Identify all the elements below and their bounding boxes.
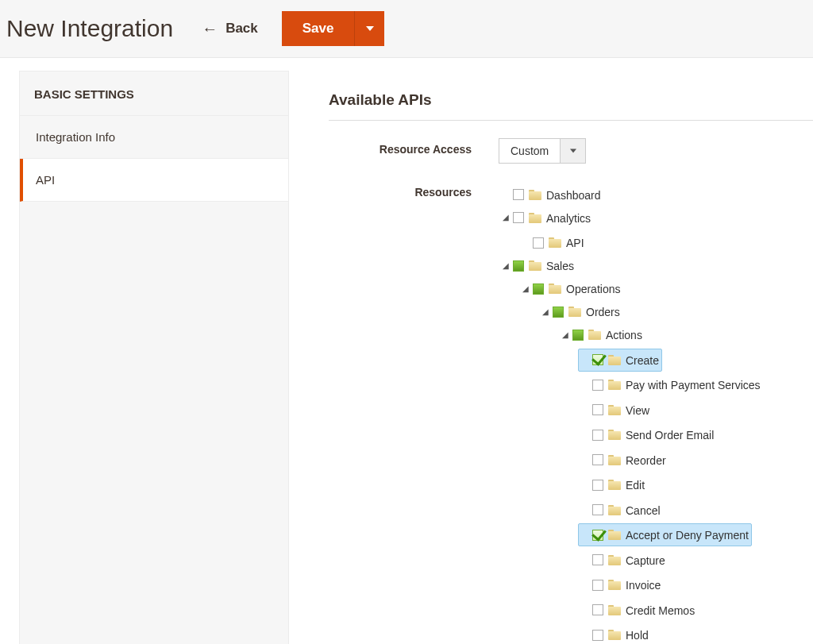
tree-collapse-icon[interactable]: ◢ — [520, 280, 531, 299]
tree-node-label: Edit — [626, 475, 645, 495]
resource-access-select[interactable]: Custom — [499, 138, 586, 164]
tree-checkbox[interactable] — [553, 307, 564, 318]
tree-node[interactable]: ◢Operations — [518, 277, 623, 300]
tree-node[interactable]: Pay with Payment Services — [578, 373, 764, 396]
tree-node[interactable]: ◢Actions — [558, 323, 645, 346]
resource-access-label: Resource Access — [329, 138, 472, 156]
tree-node[interactable]: ◢Sales — [499, 254, 577, 277]
tree-checkbox[interactable] — [592, 630, 603, 641]
folder-icon — [608, 630, 621, 640]
folder-icon — [529, 190, 541, 200]
folder-icon — [608, 480, 621, 490]
resource-access-value: Custom — [499, 139, 560, 163]
tree-node-label: Dashboard — [546, 185, 601, 205]
tree-checkbox[interactable] — [592, 354, 603, 365]
save-button[interactable]: Save — [282, 11, 355, 46]
tree-node[interactable]: Capture — [578, 549, 669, 572]
folder-icon — [608, 355, 621, 365]
tree-checkbox[interactable] — [592, 480, 603, 491]
tree-node-label: Capture — [626, 550, 665, 570]
folder-icon — [608, 455, 621, 465]
folder-icon — [608, 580, 621, 590]
tree-checkbox[interactable] — [592, 404, 603, 415]
tree-node-label: View — [626, 400, 649, 420]
sidebar-heading: BASIC SETTINGS — [20, 71, 288, 116]
back-button-label: Back — [225, 21, 258, 37]
section-title: Available APIs — [329, 91, 813, 121]
tree-node[interactable]: API — [518, 231, 588, 254]
tree-node-label: Create — [626, 350, 659, 370]
tree-node[interactable]: Hold — [578, 623, 652, 644]
tree-node[interactable]: Invoice — [578, 573, 664, 596]
folder-icon — [608, 530, 621, 540]
tree-checkbox[interactable] — [572, 330, 584, 341]
tree-node[interactable]: ◢Orders — [538, 300, 623, 323]
tree-node[interactable]: Accept or Deny Payment — [578, 523, 752, 546]
tree-checkbox[interactable] — [533, 237, 544, 249]
tree-node-label: Accept or Deny Payment — [626, 525, 749, 545]
tree-checkbox[interactable] — [592, 554, 603, 565]
folder-icon — [568, 307, 581, 317]
tree-checkbox[interactable] — [592, 504, 603, 515]
page-header: New Integration ← Back Save — [0, 0, 813, 58]
tree-node[interactable]: Create — [578, 349, 662, 372]
save-button-group: Save — [282, 11, 385, 46]
tree-node-label: API — [566, 233, 584, 253]
tree-checkbox[interactable] — [592, 604, 603, 615]
tree-node-label: Sales — [546, 256, 574, 276]
tree-node[interactable]: Edit — [578, 473, 648, 496]
tree-checkbox[interactable] — [513, 212, 524, 223]
select-caret-icon — [560, 139, 585, 163]
resources-label: Resources — [329, 181, 472, 199]
tree-node[interactable]: Dashboard — [499, 183, 604, 206]
tree-node[interactable]: ◢Analytics — [499, 206, 594, 229]
folder-icon — [549, 283, 561, 294]
tree-collapse-icon[interactable]: ◢ — [500, 208, 511, 227]
tree-checkbox[interactable] — [533, 283, 544, 295]
folder-icon — [529, 260, 541, 271]
tree-node-label: Cancel — [626, 500, 661, 520]
folder-icon — [588, 330, 601, 340]
tree-checkbox[interactable] — [592, 530, 603, 541]
tree-checkbox[interactable] — [592, 380, 603, 391]
folder-icon — [608, 380, 621, 390]
tree-node[interactable]: View — [578, 399, 653, 422]
folder-icon — [608, 505, 621, 515]
tree-checkbox[interactable] — [592, 430, 603, 441]
tree-node-label: Send Order Email — [626, 425, 714, 445]
tree-node[interactable]: Credit Memos — [578, 599, 698, 622]
tree-node-label: Operations — [566, 279, 620, 299]
tree-node[interactable]: Cancel — [578, 499, 664, 522]
tree-node[interactable]: Send Order Email — [578, 423, 717, 446]
tree-node-label: Reorder — [626, 450, 666, 470]
tree-node-label: Credit Memos — [626, 600, 695, 620]
resources-tree: Dashboard◢AnalyticsAPI◢Sales◢Operations◢… — [499, 181, 780, 644]
main-panel: Available APIs Resource Access Custom Re… — [289, 71, 813, 644]
tree-node-label: Analytics — [546, 208, 591, 228]
settings-sidebar: BASIC SETTINGS Integration Info API — [19, 71, 289, 644]
tree-collapse-icon[interactable]: ◢ — [500, 256, 511, 276]
tree-node[interactable]: Reorder — [578, 449, 669, 472]
page-title: New Integration — [6, 15, 173, 42]
folder-icon — [608, 555, 621, 565]
tree-checkbox[interactable] — [592, 580, 603, 591]
back-arrow-icon: ← — [202, 21, 218, 37]
sidebar-item-label: Integration Info — [36, 130, 115, 144]
save-dropdown-button[interactable] — [354, 11, 384, 46]
sidebar-item-integration-info[interactable]: Integration Info — [20, 116, 288, 159]
tree-node-label: Orders — [586, 302, 620, 322]
sidebar-item-label: API — [36, 173, 55, 187]
sidebar-item-api[interactable]: API — [20, 159, 288, 202]
tree-node-label: Hold — [626, 625, 649, 644]
tree-collapse-icon[interactable]: ◢ — [560, 326, 571, 345]
tree-checkbox[interactable] — [592, 454, 603, 465]
tree-collapse-icon[interactable]: ◢ — [540, 303, 551, 322]
tree-checkbox[interactable] — [513, 260, 524, 272]
folder-icon — [608, 430, 621, 440]
tree-node-label: Pay with Payment Services — [626, 375, 761, 395]
back-button[interactable]: ← Back — [192, 16, 268, 41]
tree-checkbox[interactable] — [513, 189, 524, 200]
tree-node-label: Actions — [606, 325, 642, 345]
folder-icon — [608, 405, 621, 415]
folder-icon — [549, 237, 561, 248]
